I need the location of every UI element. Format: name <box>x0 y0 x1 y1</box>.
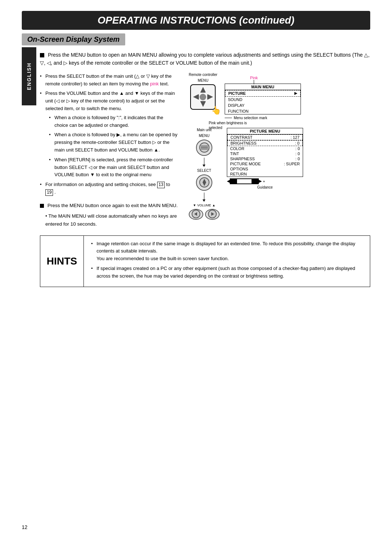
bullet-item-1: Press the SELECT button of the main unit… <box>40 73 178 88</box>
plus-sign: + <box>263 179 265 183</box>
pink-arrow-line <box>254 80 254 84</box>
brightness-value: : 0 <box>295 141 299 145</box>
picture-menu-container: Pink when brightness is selected PICTURE… <box>227 128 303 189</box>
slider-inner <box>237 179 252 183</box>
section-title: On-Screen Display System <box>22 33 125 45</box>
intro-text: Press the MENU button to open an MAIN ME… <box>40 52 369 66</box>
square-icon-2 <box>40 204 44 208</box>
sub-bullet-1: When a choice is followed by ":", it ind… <box>49 114 178 129</box>
menu-selection-line <box>225 118 232 118</box>
remote-label: Remote controller <box>189 73 217 77</box>
page-container: OPERATING INSTRUCTIONS (continued) On-Sc… <box>0 0 392 541</box>
picture-menu-item-options: OPTIONS <box>227 166 303 171</box>
bullet-section: Press the SELECT button of the main unit… <box>40 73 178 228</box>
sub-bullet-list: When a choice is followed by ":", it ind… <box>49 114 178 179</box>
bullet-text-2: Press the VOLUME button and the ▲ and ▼ … <box>45 90 175 111</box>
english-sidebar-label: ENGLISH <box>22 47 36 105</box>
page-title: OPERATING INSTRUCTIONS (continued) <box>22 11 370 30</box>
picture-menu-box: PICTURE MENU CONTRAST : 127 BRIGHTNESS :… <box>227 128 303 177</box>
guidance-bar: ◀ ▶ + <box>227 178 303 184</box>
select-label: SELECT <box>197 169 211 173</box>
menu-item-picture-arrow: ▶ <box>294 91 297 95</box>
pink-brightness-text: Pink when brightness is selected <box>209 121 247 130</box>
menu-item-sound-label: SOUND <box>228 97 242 102</box>
main-menu-box: MAIN MENU PICTURE ▶ SOUND DISPLAY <box>225 84 301 114</box>
remote-section: Remote controller MENU <box>189 73 217 124</box>
guidance-label: Guidance <box>227 185 303 189</box>
hint-item-1: Image retention can occur if the same im… <box>91 240 363 263</box>
volume-label: VOLUME <box>197 203 211 207</box>
guidance-slider <box>230 178 259 184</box>
color-label: COLOR <box>230 146 244 151</box>
menu-label: MENU <box>198 78 208 82</box>
menu-item-picture: PICTURE ▶ <box>225 90 301 97</box>
hints-content: Image retention can occur if the same im… <box>84 236 370 287</box>
volume-buttons <box>189 209 220 220</box>
bullet-item-3: For information on adjusting and setting… <box>40 181 178 196</box>
bullet-text-3: For information on adjusting and setting… <box>45 182 170 195</box>
tint-label: TINT <box>230 152 239 156</box>
svg-rect-1 <box>201 146 208 146</box>
options-label: OPTIONS <box>230 167 248 171</box>
menu-selection-row: Menu selection mark <box>225 116 301 120</box>
down-arrow-1 <box>204 158 204 167</box>
main-unit-section: Main unit MENU SELECT <box>189 128 220 220</box>
intro-paragraph: Press the MENU button to open an MAIN ME… <box>40 51 370 67</box>
menu-item-function: FUNCTION <box>225 108 301 114</box>
volume-up-button[interactable] <box>205 209 220 220</box>
pink-brightness-label: Pink when brightness is selected <box>209 121 252 130</box>
contrast-label: CONTRAST <box>230 135 253 140</box>
dpad-center <box>200 94 206 100</box>
picture-menu-item-return: RETURN <box>227 171 303 177</box>
press-menu-section: Press the MENU button once again to exit… <box>40 202 178 228</box>
plus-arrow: ▶ <box>259 179 262 183</box>
press-menu-bullet: • The MAIN MENU will close automatically… <box>45 212 178 228</box>
hints-section: HINTS Image retention can occur if the s… <box>40 235 370 287</box>
menu-button[interactable] <box>196 140 212 156</box>
diagram-section: Remote controller MENU <box>189 73 370 228</box>
main-content: Press the MENU button to open an MAIN ME… <box>40 51 370 287</box>
square-icon <box>40 53 44 57</box>
remote-dpad <box>193 87 213 107</box>
volume-down-button[interactable] <box>189 209 203 220</box>
picture-menu-item-brightness: BRIGHTNESS : 0 <box>227 140 303 146</box>
down-arrow-2 <box>204 193 204 202</box>
picture-menu-item-contrast: CONTRAST : 127 <box>227 134 303 140</box>
bullet-text-1: Press the SELECT button of the main unit… <box>45 73 172 86</box>
hand-icon: 👆 <box>211 106 221 115</box>
picture-menu-item-color: COLOR : 0 <box>227 146 303 151</box>
dpad-down <box>200 101 206 107</box>
brightness-label: BRIGHTNESS <box>230 141 257 145</box>
volume-label-text: ▼ <box>193 203 196 207</box>
dpad-right <box>207 94 213 100</box>
menu-item-display-label: DISPLAY <box>228 103 245 108</box>
menu-item-picture-label: PICTURE <box>228 91 246 96</box>
volume-up-text: ▲ <box>212 203 216 207</box>
bullet-item-2: Press the VOLUME button and the ▲ and ▼ … <box>40 90 178 179</box>
bullet-list: Press the SELECT button of the main unit… <box>40 73 178 196</box>
dpad-left <box>193 94 199 100</box>
minus-arrow: ◀ <box>227 179 230 183</box>
mode-value: : SUPER <box>284 162 300 166</box>
top-diagram-row: Remote controller MENU <box>189 73 370 124</box>
svg-rect-2 <box>201 147 208 148</box>
page-number: 12 <box>22 524 28 530</box>
press-menu-line1: Press the MENU button once again to exit… <box>40 202 178 210</box>
volume-row: ▼ VOLUME ▲ <box>193 203 216 207</box>
mode-label: PICTURE MODE <box>230 162 261 166</box>
sub-bullet-2: When a choice is followed by ▶, a menu c… <box>49 131 178 154</box>
menu-item-function-label: FUNCTION <box>228 109 249 113</box>
menu-item-sound: SOUND <box>225 97 301 102</box>
two-column-section: Press the SELECT button of the main unit… <box>40 73 370 228</box>
pink-label: Pink <box>250 76 258 80</box>
sharpness-label: SHARPNESS <box>230 157 255 161</box>
hints-list: Image retention can occur if the same im… <box>91 240 363 280</box>
picture-menu-item-mode: PICTURE MODE : SUPER <box>227 161 303 166</box>
press-menu-bullet-text: The MAIN MENU will close automatically w… <box>45 213 177 227</box>
hint-item-2: If special images created on a PC or any… <box>91 265 363 280</box>
picture-menu-item-tint: TINT : 0 <box>227 151 303 156</box>
contrast-value: : 127 <box>291 135 299 140</box>
press-menu-text1: Press the MENU button once again to exit… <box>48 203 178 208</box>
hints-label: HINTS <box>40 236 84 287</box>
select-button[interactable] <box>196 174 212 191</box>
